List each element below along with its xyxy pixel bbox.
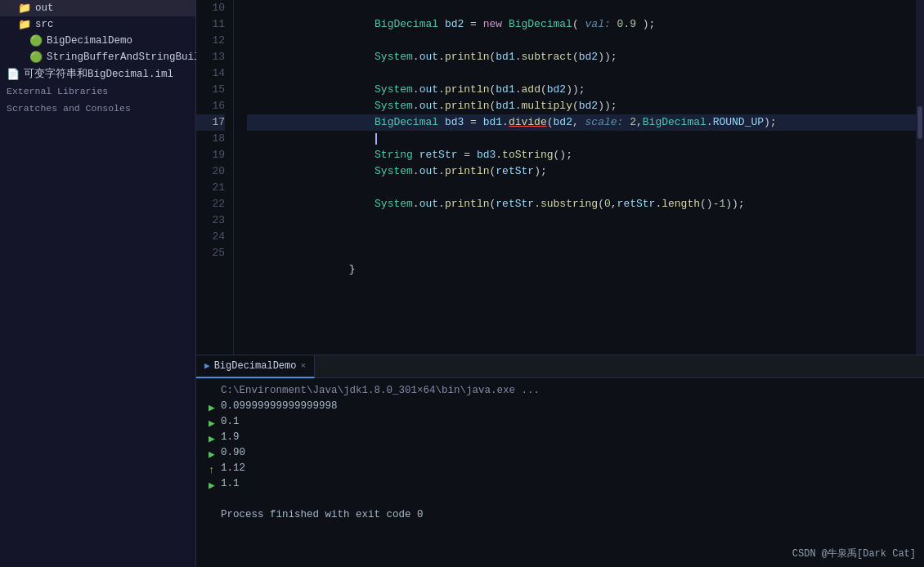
sidebar-item-external-libs[interactable]: External Libraries	[0, 83, 195, 100]
sidebar-item-out[interactable]: 📁 out	[0, 0, 195, 16]
console-line-4: 0.90	[221, 445, 924, 461]
sidebar: 📁 out 📁 src 🟢 BigDecimalDemo 🟢 StringBuf…	[0, 0, 196, 567]
console-line-0: C:\Environment\Java\jdk1.8.0_301×64\bin\…	[221, 383, 924, 399]
line-21: 21	[196, 180, 225, 196]
sidebar-label-stringbuffer: StringBufferAndStringBuilder	[47, 51, 218, 63]
code-content[interactable]: BigDecimal bd2 = new BigDecimal( val: 0.…	[234, 0, 916, 355]
line-22: 22	[196, 196, 225, 212]
tab-bigdecimaldemo[interactable]: ▶ BigDecimalDemo ×	[196, 355, 315, 378]
code-line-14: System.out.println(bd1.add(bd2));	[247, 65, 916, 82]
console-line-8: Process finished with exit code 0	[221, 507, 924, 523]
scrollbar-thumb[interactable]	[917, 106, 922, 139]
sidebar-item-stringbuffer[interactable]: 🟢 StringBufferAndStringBuilder	[0, 49, 195, 65]
line-23: 23	[196, 212, 225, 229]
watermark-text: CSDN @牛泉禹[Dark Cat]	[792, 548, 916, 560]
console-line-3: 1.9	[221, 430, 924, 445]
line-11: 11	[196, 16, 225, 33]
gutter-6: ▶	[209, 478, 215, 493]
code-line-10: BigDecimal bd2 = new BigDecimal( val: 0.…	[247, 0, 916, 16]
console-output: ▶ ▶ ▶ ▶ ↑ ▶ C:\Environment\Java\jdk1.8.0…	[196, 378, 924, 567]
file-icon-iml: 📄	[7, 68, 20, 81]
sidebar-item-scratches[interactable]: Scratches and Consoles	[0, 100, 195, 117]
gutter-0	[209, 385, 215, 400]
watermark: CSDN @牛泉禹[Dark Cat]	[792, 547, 916, 560]
line-17: 17	[196, 114, 225, 131]
line-24: 24	[196, 229, 225, 245]
bottom-tabs: ▶ BigDecimalDemo ×	[196, 355, 924, 378]
sidebar-label-iml: 可变字符串和BigDecimal.iml	[24, 67, 173, 81]
folder-icon: 📁	[18, 2, 31, 15]
bottom-panel: ▶ BigDecimalDemo × ▶ ▶ ▶ ▶ ↑ ▶	[196, 355, 924, 567]
sidebar-label-scratches: Scratches and Consoles	[7, 103, 131, 114]
gutter-5: ↑	[209, 462, 215, 478]
gutter-4: ▶	[209, 447, 215, 462]
sidebar-label-bigdecimaldemo: BigDecimalDemo	[47, 35, 132, 47]
tab-run-icon: ▶	[204, 360, 210, 371]
main-area: 10 11 12 13 14 15 16 17 18 19 20 21 22 2…	[196, 0, 924, 567]
code-line-21: System.out.println(retStr.substring(0,re…	[247, 180, 916, 196]
file-icon-stringbuffer: 🟢	[29, 51, 43, 64]
line-19: 19	[196, 147, 225, 163]
line-14: 14	[196, 65, 225, 82]
editor-scrollbar[interactable]	[916, 0, 924, 355]
console-gutter: ▶ ▶ ▶ ▶ ↑ ▶	[203, 383, 221, 525]
code-line-12: System.out.println(bd1.subtract(bd2));	[247, 33, 916, 49]
console-line-1: 0.09999999999999998	[221, 399, 924, 414]
console-line-2: 0.1	[221, 414, 924, 430]
file-icon-bigdecimaldemo: 🟢	[29, 34, 43, 47]
code-line-25: }	[247, 245, 916, 261]
line-18: 18	[196, 131, 225, 147]
sidebar-label-out: out	[35, 2, 54, 14]
tab-label: BigDecimalDemo	[214, 360, 297, 372]
line-16: 16	[196, 98, 225, 114]
line-13: 13	[196, 49, 225, 65]
console-line-7	[221, 492, 924, 507]
console-line-6: 1.1	[221, 476, 924, 492]
line-20: 20	[196, 163, 225, 180]
gutter-2: ▶	[209, 416, 215, 431]
tab-close-btn[interactable]: ×	[300, 361, 306, 371]
sidebar-label-external-libs: External Libraries	[7, 86, 108, 96]
folder-icon-src: 📁	[18, 18, 31, 31]
console-text: C:\Environment\Java\jdk1.8.0_301×64\bin\…	[221, 383, 924, 525]
gutter-7	[209, 493, 215, 509]
console-line-5: 1.12	[221, 461, 924, 476]
sidebar-item-src[interactable]: 📁 src	[0, 16, 195, 33]
line-25: 25	[196, 245, 225, 261]
console-body: ▶ ▶ ▶ ▶ ↑ ▶ C:\Environment\Java\jdk1.8.0…	[203, 383, 924, 525]
sidebar-label-src: src	[35, 19, 54, 30]
gutter-1: ▶	[209, 400, 215, 416]
sidebar-item-bigdecimaldemo[interactable]: 🟢 BigDecimalDemo	[0, 33, 195, 49]
code-line-23	[247, 212, 916, 229]
gutter-3: ▶	[209, 431, 215, 447]
line-15: 15	[196, 82, 225, 98]
line-12: 12	[196, 33, 225, 49]
code-editor: 10 11 12 13 14 15 16 17 18 19 20 21 22 2…	[196, 0, 924, 355]
line-numbers: 10 11 12 13 14 15 16 17 18 19 20 21 22 2…	[196, 0, 234, 355]
gutter-8	[209, 509, 215, 525]
sidebar-item-iml[interactable]: 📄 可变字符串和BigDecimal.iml	[0, 65, 195, 83]
line-10: 10	[196, 0, 225, 16]
code-line-24	[247, 229, 916, 245]
